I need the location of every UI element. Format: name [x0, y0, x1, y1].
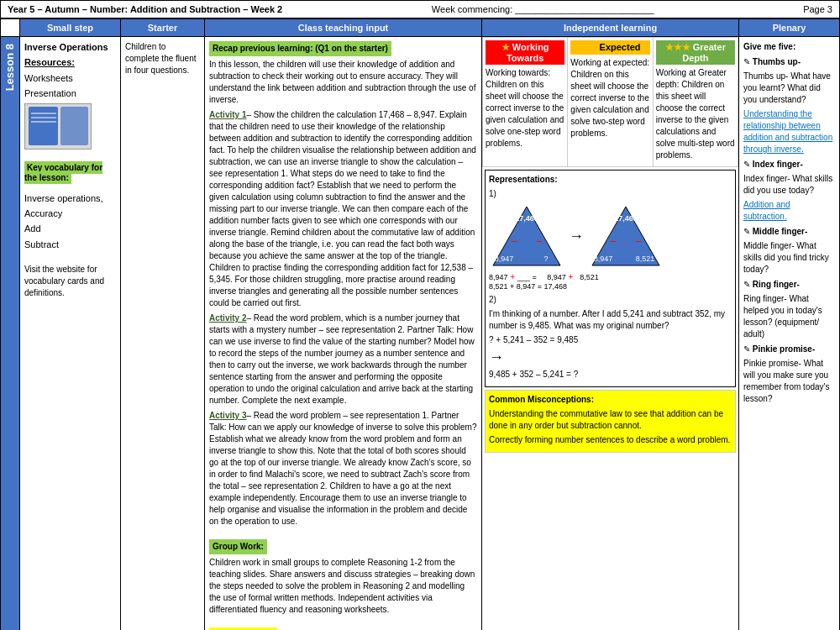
group-work-label: Group Work:: [209, 539, 267, 554]
representations-box: Representations: 1) 17,468 8,947 ? –: [485, 170, 736, 387]
thumbs-text: Thumbs up- What have you learnt? What di…: [743, 71, 835, 106]
resources-label: Resources:: [24, 57, 75, 67]
pinkie-section: ✎ Pinkie promise- Pinkie promise- What w…: [743, 344, 835, 405]
rep1-eq: 8,521 + 8,947 = 17,468: [489, 282, 567, 291]
rep1-calc-area: 8,947 + ___ = 8,947 + 8,521 8,521 + 8,94…: [489, 272, 732, 291]
svg-text:–: –: [537, 235, 543, 247]
plenary-intro: Give me five:: [743, 41, 835, 53]
vocab-2: Accuracy: [24, 207, 116, 220]
expected-header: ★★ Expected: [570, 40, 649, 55]
svg-text:?: ?: [543, 255, 548, 263]
svg-text:17,468: 17,468: [614, 214, 638, 223]
triangle-rep-1: 17,468 8,947 ? – – + → 17,468 8,94: [489, 202, 732, 270]
ring-section: ✎ Ring finger- Ring finger- What helped …: [743, 279, 835, 340]
activity3-label: Activity 3: [209, 411, 246, 420]
index-section: ✎ Index finger- Index finger- What skill…: [743, 159, 835, 223]
common-misc-1: Understanding the commutative law to see…: [489, 408, 732, 432]
header-title: Year 5 – Autumn – Number: Addition and S…: [8, 4, 282, 14]
rep-title: Representations:: [489, 174, 732, 186]
starter-text: Children to complete the fluent in four …: [125, 41, 200, 76]
col-header-plenary: Plenary: [739, 19, 840, 37]
teaching-intro: In this lesson, the children will use th…: [209, 59, 477, 106]
plenary-content: Give me five: ✎ Thumbs up- Thumbs up- Wh…: [743, 41, 835, 405]
activity2-label: Activity 2: [209, 313, 246, 323]
middle-section: ✎ Middle finger- Middle finger- What ski…: [743, 226, 835, 276]
working-towards-header: ★ Working Towards: [486, 40, 564, 65]
common-misconceptions-box: Common Misconceptions: Understanding the…: [485, 390, 736, 453]
svg-text:–: –: [611, 235, 617, 247]
header-week: Week commencing: _______________________…: [432, 4, 654, 14]
svg-text:8,521: 8,521: [636, 255, 655, 263]
svg-text:8,947: 8,947: [495, 255, 514, 263]
svg-text:8,947: 8,947: [594, 255, 613, 263]
working-towards-label: Working Towards: [507, 42, 549, 63]
visit-text: Visit the website for vocabulary cards a…: [24, 264, 116, 299]
gd-star: ★★★: [665, 42, 690, 52]
key-vocab-label: Key vocabulary for the lesson:: [24, 161, 102, 184]
vocab-4: Subtract: [24, 239, 116, 251]
svg-text:–: –: [636, 235, 642, 247]
activity1-text: – Show the children the calculation 17,4…: [209, 110, 476, 307]
expected-label: Expected: [600, 42, 641, 52]
teaching-cell: Recap previous learning: (Q1 on the star…: [205, 37, 482, 631]
col-header-independent: Independent learning: [482, 19, 739, 37]
rep2-arrow: →: [489, 349, 732, 366]
header: Year 5 – Autumn – Number: Addition and S…: [0, 0, 840, 18]
vocab-3: Add: [24, 223, 116, 235]
svg-rect-0: [29, 107, 58, 145]
rep2-eq1: ? + 5,241 – 352 = 9,485: [489, 334, 732, 346]
rep2-text: I'm thinking of a number. After I add 5,…: [489, 308, 732, 332]
common-misc-2: Correctly forming number sentences to de…: [489, 434, 732, 446]
exp-star: ★★: [580, 42, 597, 52]
vocab-1: Inverse operations,: [24, 192, 116, 205]
rep2-eq2: 9,485 + 352 – 5,241 = ?: [489, 369, 732, 381]
index-text: Index finger- What skills did you use to…: [743, 173, 835, 197]
activity1-label: Activity 1: [209, 110, 246, 119]
svg-rect-1: [60, 107, 88, 145]
triangle-svg-1: 17,468 8,947 ? – – +: [489, 202, 564, 270]
starter-cell: Children to complete the fluent in four …: [121, 37, 205, 631]
svg-text:–: –: [512, 235, 517, 247]
resource-2: Presentation: [24, 87, 116, 100]
common-misc-title: Common Misconceptions:: [489, 394, 732, 406]
triangle-svg-2: 17,468 8,947 8,521 – – +: [588, 202, 664, 270]
activity3-text: – Read the word problem – see representa…: [209, 411, 477, 526]
col-header-teaching: Class teaching input: [205, 19, 482, 37]
index-link[interactable]: Addition and subtraction.: [743, 200, 790, 221]
svg-text:17,468: 17,468: [515, 214, 538, 223]
group-work-text: Children work in small groups to complet…: [209, 557, 477, 616]
greater-depth-text: Working at Greater depth: Children on th…: [656, 67, 735, 161]
rep2-label: 2): [489, 294, 732, 306]
plenary-cell: Give me five: ✎ Thumbs up- Thumbs up- Wh…: [739, 37, 840, 631]
middle-text: Middle finger- What skills did you find …: [743, 240, 835, 276]
expected-text: Working at expected: Children on this sh…: [570, 57, 649, 139]
resource-1: Worksheets: [24, 72, 116, 85]
ring-text: Ring finger- What helped you in today's …: [743, 293, 835, 340]
activity2-text: – Read the word problem, which is a numb…: [209, 313, 475, 405]
independent-cell: ★ Working Towards Working towards: Child…: [482, 37, 739, 631]
worksheet-image: [24, 103, 92, 150]
pinkie-text: Pinkie promise- What will you make sure …: [743, 358, 835, 405]
greater-depth-header: ★★★ Greater Depth: [656, 40, 735, 65]
thumbs-section: ✎ Thumbs up- Thumbs up- What have you le…: [743, 56, 835, 155]
lesson-label: Lesson 8: [1, 37, 19, 97]
arrow-right-1: →: [569, 228, 584, 245]
working-towards-text: Working towards: Children on this sheet …: [486, 67, 564, 150]
small-step-title: Inverse Operations: [24, 41, 116, 54]
col-header-small-step: Small step: [20, 19, 121, 37]
plenary-link[interactable]: Understanding the relationship between a…: [743, 109, 832, 154]
col-header-starter: Starter: [121, 19, 205, 37]
small-step-cell: Inverse Operations Resources: Worksheets…: [20, 37, 121, 631]
wt-star: ★: [501, 42, 510, 52]
header-page: Page 3: [803, 4, 832, 14]
recap-label: Recap previous learning: (Q1 on the star…: [209, 41, 391, 56]
